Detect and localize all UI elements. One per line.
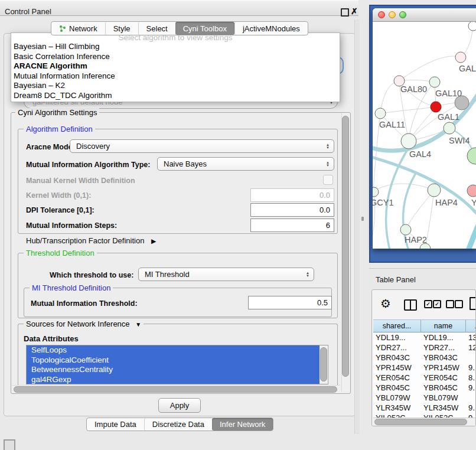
- table-row[interactable]: YPR145WYPR145W9.: [373, 363, 476, 373]
- column-header-name[interactable]: name: [421, 319, 466, 332]
- expand-right-icon[interactable]: ▶: [151, 237, 156, 244]
- tab-impute-data[interactable]: Impute Data: [87, 418, 144, 431]
- algorithm-option-basic-correlation-inference[interactable]: Basic Correlation Inference: [11, 52, 340, 62]
- network-edge[interactable]: [380, 107, 436, 113]
- table-row[interactable]: YER054CYER054C8.: [373, 373, 476, 383]
- stepper-icon: ▲▼: [326, 144, 330, 149]
- table-row[interactable]: YBL079WYBL079W: [373, 393, 476, 403]
- settings-hscrollbar-thumb[interactable]: [14, 386, 337, 393]
- node-label: GAL80: [400, 84, 427, 94]
- network-node-gal10[interactable]: [429, 77, 440, 87]
- close-icon[interactable]: ✗: [351, 6, 358, 16]
- columns-icon[interactable]: [404, 299, 417, 311]
- splitter-handle-icon[interactable]: [361, 217, 364, 221]
- settings-scrollbar-thumb[interactable]: [342, 116, 349, 377]
- network-canvas[interactable]: GALGAL80GAL10GAL1GAL11SWI4GAL4GCY1HAP4YH…: [373, 22, 476, 249]
- sources-group-title[interactable]: Sources for Network Inference ▼: [24, 319, 144, 328]
- network-node-hap4[interactable]: [428, 184, 441, 197]
- table-row[interactable]: YBR043CYBR043C: [373, 353, 476, 363]
- select-all-checkbox2-icon[interactable]: ✓: [433, 300, 441, 308]
- select-all-checkbox-icon[interactable]: ✓: [424, 300, 432, 308]
- table-cell: YBR043C: [373, 353, 421, 363]
- gear-icon[interactable]: ⚙: [380, 296, 391, 311]
- zoom-traffic-light-icon[interactable]: [399, 11, 406, 18]
- node-label: GCY1: [373, 198, 394, 207]
- network-node-gal[interactable]: [455, 52, 466, 63]
- attribute-item-gal4rgexp[interactable]: gal4RGexp: [27, 375, 320, 385]
- network-edge[interactable]: [406, 190, 434, 230]
- aracne-mode-combo[interactable]: Discovery ▲▼: [70, 139, 334, 153]
- attribute-item-topologicalcoefficient[interactable]: TopologicalCoefficient: [27, 356, 320, 366]
- table-cell: YLR345W: [421, 403, 466, 413]
- deselect-all-checkbox-icon[interactable]: [446, 300, 454, 308]
- mi-threshold-field[interactable]: 0.5: [248, 296, 332, 309]
- export-table-icon[interactable]: [470, 297, 476, 310]
- tab-select[interactable]: Select: [138, 22, 175, 35]
- manual-kernel-label: Manual Kernel Width Definition: [26, 177, 135, 185]
- table-hscrollbar-thumb[interactable]: [374, 419, 467, 425]
- attr-scrollbar-thumb[interactable]: [320, 347, 327, 381]
- tab-label: Infer Network: [220, 420, 265, 429]
- tab-infer-network[interactable]: Infer Network: [212, 418, 273, 431]
- network-node[interactable]: [467, 148, 476, 164]
- hub-section[interactable]: Hub/Transcription Factor Definition ▶: [26, 236, 156, 245]
- mi-steps-field[interactable]: 6: [250, 219, 334, 232]
- table-cell: YIL052C: [421, 413, 466, 418]
- tab-jactivemnodules[interactable]: jActiveMNodules: [234, 22, 308, 35]
- hub-section-label: Hub/Transcription Factor Definition: [26, 236, 144, 245]
- network-node-hap2[interactable]: [400, 224, 411, 235]
- table-row[interactable]: YDR27...YDR27...12: [373, 343, 476, 353]
- table-cell: YBR043C: [421, 353, 466, 363]
- table-row[interactable]: YLR345WYLR345W9.: [373, 403, 476, 413]
- cyni-settings-group-title: Cyni Algorithm Settings: [15, 108, 99, 117]
- network-node-gal4[interactable]: [401, 133, 416, 149]
- network-node-gal1[interactable]: [431, 102, 441, 112]
- float-window-icon[interactable]: [341, 8, 349, 17]
- algorithm-option-dream8-dc-tdc-algorithm[interactable]: Dream8 DC_TDC Algorithm: [11, 91, 340, 101]
- table-cell: YLR345W: [373, 403, 421, 413]
- network-node-swi4[interactable]: [444, 122, 455, 134]
- kernel-width-field[interactable]: 0.0: [250, 188, 334, 202]
- close-traffic-light-icon[interactable]: [378, 11, 385, 18]
- column-header-a[interactable]: A: [466, 319, 476, 332]
- network-edge[interactable]: [467, 218, 476, 249]
- table-header-row: shared...nameA: [373, 319, 476, 332]
- minimize-traffic-light-icon[interactable]: [389, 11, 396, 18]
- panel-splitter[interactable]: [354, 19, 360, 434]
- table-row[interactable]: YBR045CYBR045C9.: [373, 383, 476, 393]
- attribute-item-betweennesscentrality[interactable]: BetweennessCentrality: [27, 365, 320, 375]
- mi-type-value: Naive Bayes: [164, 159, 207, 168]
- network-node[interactable]: [468, 22, 476, 31]
- attribute-item-selfloops[interactable]: SelfLoops: [27, 345, 320, 356]
- which-threshold-label: Which threshold to use:: [50, 271, 133, 279]
- tab-cyni-toolbox[interactable]: Cyni Toolbox: [175, 22, 234, 35]
- data-attributes-list: SelfLoopsTopologicalCoefficientBetweenne…: [26, 345, 328, 384]
- algorithm-option-bayesian-hill-climbing[interactable]: Bayesian – Hill Climbing: [11, 42, 340, 52]
- mi-type-combo[interactable]: Naive Bayes ▲▼: [157, 157, 334, 171]
- column-header-shared[interactable]: shared...: [373, 319, 421, 332]
- network-window-titlebar[interactable]: [373, 8, 476, 22]
- table-cell: YDR27...: [421, 343, 466, 353]
- tab-discretize-data[interactable]: Discretize Data: [144, 418, 212, 431]
- which-threshold-combo[interactable]: MI Threshold ▲▼: [138, 268, 314, 281]
- dock-corner-icon[interactable]: [4, 439, 15, 450]
- deselect-all-checkbox2-icon[interactable]: [455, 300, 463, 308]
- dpi-tolerance-field[interactable]: 0.0: [250, 203, 334, 217]
- table-cell: [466, 353, 476, 363]
- network-node-gal11[interactable]: [375, 108, 386, 119]
- algorithm-option-mutual-information-inference[interactable]: Mutual Information Inference: [11, 71, 340, 81]
- collapse-down-icon[interactable]: ▼: [135, 321, 141, 328]
- apply-button[interactable]: Apply: [158, 398, 201, 413]
- table-rows: YDL19...YDL19...13YDR27...YDR27...12YBR0…: [373, 332, 476, 418]
- network-edge[interactable]: [399, 56, 461, 81]
- tab-network[interactable]: Network: [51, 22, 105, 35]
- table-row[interactable]: YDL19...YDL19...13: [373, 332, 476, 343]
- manual-kernel-checkbox[interactable]: [323, 175, 333, 185]
- algorithm-option-bayesian-k2[interactable]: Bayesian – K2: [11, 81, 340, 91]
- table-row[interactable]: YIL052CYIL052C9: [373, 413, 476, 418]
- network-edge[interactable]: [373, 184, 434, 191]
- algorithm-option-aracne-algorithm[interactable]: ARACNE Algorithm: [11, 61, 340, 71]
- network-edge[interactable]: [380, 81, 399, 113]
- network-node-y[interactable]: [467, 185, 476, 197]
- tab-style[interactable]: Style: [105, 22, 138, 35]
